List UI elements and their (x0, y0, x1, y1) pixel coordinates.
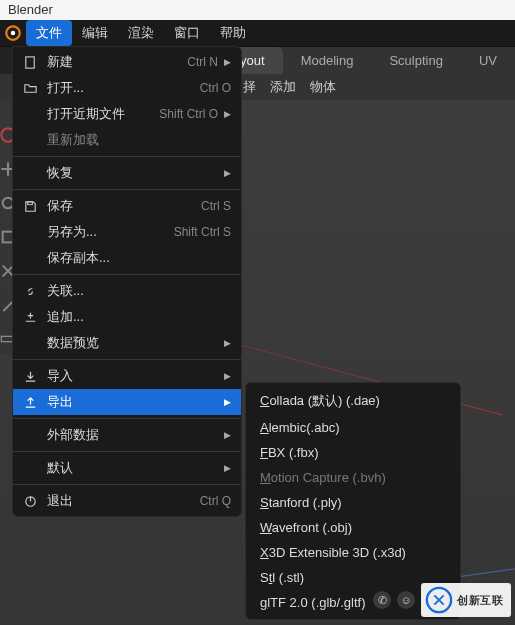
menu-item-export[interactable]: 导出 ▶ (13, 389, 241, 415)
tab-modeling[interactable]: Modeling (283, 47, 372, 74)
menu-item-data-preview[interactable]: 数据预览 ▶ (13, 330, 241, 356)
export-ply[interactable]: Stanford (.ply) (246, 490, 460, 515)
menu-item-quit[interactable]: 退出 Ctrl Q (13, 488, 241, 514)
power-icon (21, 492, 39, 510)
export-obj[interactable]: Wavefront (.obj) (246, 515, 460, 540)
menu-item-append[interactable]: 追加... (13, 304, 241, 330)
chevron-right-icon: ▶ (224, 463, 231, 473)
menu-item-reload[interactable]: 重新加载 (13, 127, 241, 153)
menu-item-save-as[interactable]: 另存为... Shift Ctrl S (13, 219, 241, 245)
menu-item-open-recent[interactable]: 打开近期文件 Shift Ctrl O ▶ (13, 101, 241, 127)
brand-mark-icon (425, 586, 453, 614)
link-icon (21, 282, 39, 300)
menu-file[interactable]: 文件 (26, 20, 72, 46)
folder-open-icon (21, 79, 39, 97)
menu-separator (13, 274, 241, 275)
append-icon (21, 308, 39, 326)
menu-separator (13, 418, 241, 419)
brand-text: 创新互联 (457, 593, 503, 608)
menu-help[interactable]: 帮助 (210, 20, 256, 46)
export-icon (21, 393, 39, 411)
menu-item-save[interactable]: 保存 Ctrl S (13, 193, 241, 219)
menu-item-save-copy[interactable]: 保存副本... (13, 245, 241, 271)
chevron-right-icon: ▶ (224, 371, 231, 381)
window-titlebar: Blender (0, 0, 515, 20)
header-select[interactable]: 择 (243, 78, 256, 96)
chevron-right-icon: ▶ (224, 397, 231, 407)
export-fbx[interactable]: FBX (.fbx) (246, 440, 460, 465)
menu-item-import[interactable]: 导入 ▶ (13, 363, 241, 389)
watermark: ✆ ☺ 创新互联 (373, 583, 511, 617)
chevron-right-icon: ▶ (224, 57, 231, 67)
export-alembic[interactable]: Alembic(.abc) (246, 415, 460, 440)
svg-rect-6 (25, 56, 33, 67)
menu-item-defaults[interactable]: 默认 ▶ (13, 455, 241, 481)
new-file-icon (21, 53, 39, 71)
chevron-right-icon: ▶ (224, 338, 231, 348)
menu-separator (13, 451, 241, 452)
menu-separator (13, 359, 241, 360)
chevron-right-icon: ▶ (224, 109, 231, 119)
menu-separator (13, 484, 241, 485)
contact-icon: ☺ (397, 591, 415, 609)
header-add[interactable]: 添加 (270, 78, 296, 96)
export-bvh[interactable]: Motion Capture (.bvh) (246, 465, 460, 490)
svg-rect-7 (27, 201, 32, 204)
menu-separator (13, 156, 241, 157)
import-icon (21, 367, 39, 385)
menu-item-open[interactable]: 打开... Ctrl O (13, 75, 241, 101)
menu-item-recover[interactable]: 恢复 ▶ (13, 160, 241, 186)
save-icon (21, 197, 39, 215)
export-collada[interactable]: Collada (默认) (.dae) (246, 387, 460, 415)
app-title: Blender (8, 2, 53, 17)
brand-logo: 创新互联 (421, 583, 511, 617)
wechat-icon: ✆ (373, 591, 391, 609)
svg-point-1 (11, 31, 16, 36)
menu-item-link[interactable]: 关联... (13, 278, 241, 304)
chevron-right-icon: ▶ (224, 430, 231, 440)
top-menubar: 文件 编辑 渲染 窗口 帮助 (0, 20, 515, 46)
blender-logo-icon[interactable] (4, 24, 22, 42)
menu-item-external-data[interactable]: 外部数据 ▶ (13, 422, 241, 448)
tab-sculpting[interactable]: Sculpting (371, 47, 460, 74)
export-x3d[interactable]: X3D Extensible 3D (.x3d) (246, 540, 460, 565)
chevron-right-icon: ▶ (224, 168, 231, 178)
menu-edit[interactable]: 编辑 (72, 20, 118, 46)
header-object[interactable]: 物体 (310, 78, 336, 96)
tab-uv[interactable]: UV (461, 47, 515, 74)
menu-render[interactable]: 渲染 (118, 20, 164, 46)
menu-separator (13, 189, 241, 190)
menu-item-new[interactable]: 新建 Ctrl N ▶ (13, 49, 241, 75)
menu-window[interactable]: 窗口 (164, 20, 210, 46)
file-dropdown-menu: 新建 Ctrl N ▶ 打开... Ctrl O 打开近期文件 Shift Ct… (12, 46, 242, 517)
